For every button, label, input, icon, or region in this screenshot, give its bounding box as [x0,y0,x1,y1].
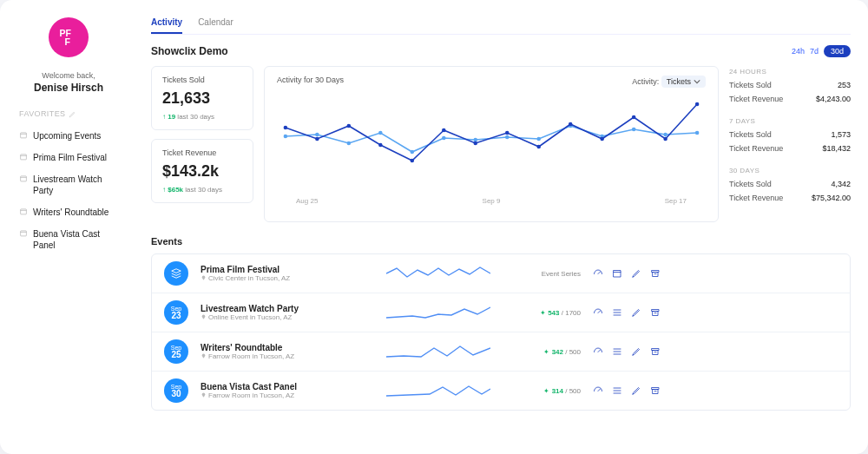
svg-point-8 [315,133,319,137]
pencil-icon[interactable] [631,268,641,279]
svg-point-22 [315,137,319,141]
svg-point-23 [347,124,352,128]
event-row[interactable]: Sep25Writers' RoundtableFarrow Room in T… [152,332,850,372]
svg-rect-4 [21,176,27,181]
event-row[interactable]: Sep30Buena Vista Cast PanelFarrow Room i… [152,372,850,410]
events-title: Events [151,236,851,247]
summary-value: $18,432 [822,144,851,153]
tab-calendar[interactable]: Calendar [198,12,233,34]
summary-header-7d: 7 DAYS [729,117,851,125]
sidebar-item-writers[interactable]: Writers' Roundtable [19,201,118,223]
summary-header-30d: 30 DAYS [729,167,851,174]
event-sparkline [386,343,490,360]
list-icon[interactable] [612,346,622,357]
sidebar-item-livestream[interactable]: Livestream Watch Party [19,168,118,201]
welcome-label: Welcome back, [19,71,118,80]
tickets-sold-card: Tickets Sold 21,633 ↑ 19 last 30 days [151,66,253,130]
pencil-icon[interactable] [631,307,641,318]
pin-icon [201,353,207,359]
brand-logo[interactable]: PFF [49,17,89,57]
axis-tick: Sep 17 [665,197,687,205]
tab-activity[interactable]: Activity [151,12,182,34]
event-info: Prima Film FestivalCivic Center in Tucso… [201,265,374,282]
svg-point-33 [663,137,667,141]
gauge-icon[interactable] [593,346,603,357]
summary-label: Tickets Sold [729,130,772,139]
event-row[interactable]: Prima Film FestivalCivic Center in Tucso… [152,254,850,293]
event-sparkline [386,304,490,321]
svg-point-31 [600,137,604,141]
sidebar-item-label: Buena Vista Cast Panel [33,228,118,251]
summary-label: Tickets Sold [729,81,772,89]
svg-point-9 [347,141,352,146]
list-icon[interactable] [612,385,622,396]
calendar-icon [19,131,28,139]
summary-value: 1,573 [831,130,851,139]
event-location: Farrow Room in Tucson, AZ [201,352,374,360]
pencil-icon[interactable] [69,110,76,118]
svg-point-27 [473,141,477,146]
svg-rect-2 [21,133,27,138]
sidebar-item-buena[interactable]: Buena Vista Cast Panel [19,223,118,256]
summary-value: $4,243.00 [816,95,851,103]
stat-label: Tickets Sold [162,76,242,84]
sidebar: PFF Welcome back, Denise Hirsch FAVORITE… [0,0,130,454]
events-list: Prima Film FestivalCivic Center in Tucso… [151,253,851,411]
ticket-revenue-card: Ticket Revenue $143.2k ↑ $65k last 30 da… [151,139,253,203]
sidebar-item-prima[interactable]: Prima Film Festival [19,147,118,168]
event-location: Online Event in Tucson, AZ [201,313,374,321]
archive-icon[interactable] [650,385,661,396]
axis-tick: Sep 9 [483,197,501,205]
gauge-icon[interactable] [593,385,603,396]
event-location: Farrow Room in Tucson, AZ [201,391,374,399]
pencil-icon[interactable] [631,385,641,396]
sidebar-item-label: Writers' Roundtable [33,207,108,218]
sidebar-item-label: Livestream Watch Party [33,174,118,196]
svg-point-30 [569,122,573,127]
event-row[interactable]: Sep23Livestream Watch PartyOnline Event … [152,293,850,332]
event-name: Livestream Watch Party [201,304,374,313]
pin-icon [201,275,207,281]
event-actions [593,307,661,318]
stat-delta: ↑ $65k last 30 days [162,186,242,194]
event-series-icon [164,261,188,286]
sidebar-item-label: Upcoming Events [33,130,101,141]
event-actions [593,385,661,396]
svg-point-32 [632,115,636,120]
svg-rect-6 [21,231,27,236]
gauge-icon[interactable] [593,307,603,318]
event-name: Prima Film Festival [201,265,374,274]
archive-icon[interactable] [650,346,661,357]
summary-value: 253 [838,81,851,89]
svg-point-13 [473,138,477,142]
calendar-icon [19,207,28,215]
svg-point-29 [536,145,541,149]
calendar-icon [19,174,28,182]
range-30d[interactable]: 30d [824,45,851,57]
activity-select[interactable]: Tickets [661,76,706,88]
range-7d[interactable]: 7d [810,47,819,56]
list-icon[interactable] [612,307,622,318]
pin-icon [201,314,207,320]
archive-icon[interactable] [650,268,661,279]
archive-icon[interactable] [650,307,661,318]
event-meta: ✦ 342 / 500 [503,348,581,356]
gauge-icon[interactable] [593,268,603,279]
summary-label: Ticket Revenue [729,95,783,103]
stat-delta: ↑ 19 last 30 days [162,113,242,121]
summary-value: $75,342.00 [812,194,851,202]
svg-point-14 [505,135,510,140]
svg-point-34 [695,102,700,107]
svg-point-21 [284,126,288,130]
pencil-icon[interactable] [631,346,641,357]
range-24h[interactable]: 24h [792,47,805,56]
main: Activity Calendar Showclix Demo 24h 7d 3… [130,0,868,454]
event-location: Civic Center in Tucson, AZ [201,274,374,282]
chevron-down-icon [694,78,700,85]
event-actions [593,268,661,279]
svg-point-15 [536,137,541,141]
svg-point-7 [284,135,288,139]
sidebar-item-upcoming[interactable]: Upcoming Events [19,125,118,147]
tabs: Activity Calendar [151,12,851,35]
calendar-icon[interactable] [612,268,622,279]
